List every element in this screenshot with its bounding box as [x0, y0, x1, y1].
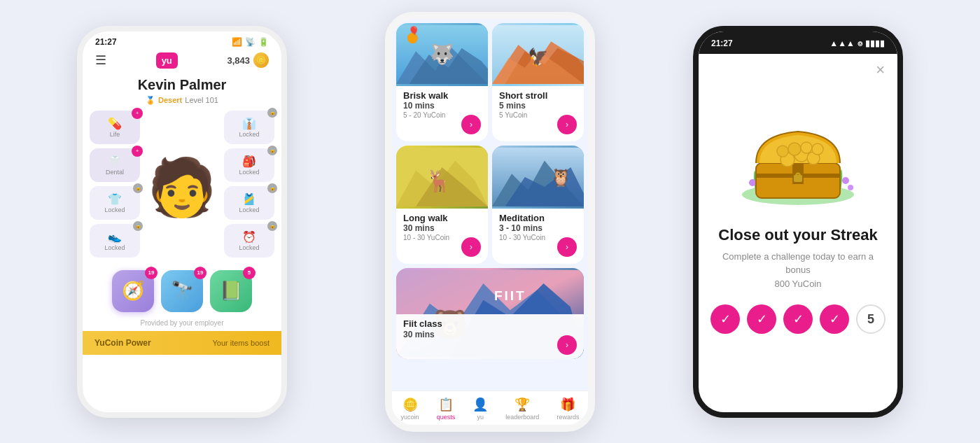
- r1-icon: 👔: [242, 117, 256, 130]
- lock-badge-r1: 🔒: [267, 108, 277, 118]
- quest-brisk-walk-arrow[interactable]: ›: [461, 115, 481, 134]
- nav-yucoin[interactable]: 🪙 yucoin: [401, 397, 419, 421]
- r4-label: Locked: [239, 244, 259, 251]
- quest-fiit-class[interactable]: 🐻 FIIT Fiit class 30 mins ›: [396, 268, 584, 359]
- nav-yucoin-icon: 🪙: [402, 397, 418, 412]
- power-badge-1: 19: [145, 267, 158, 279]
- phone-character: 21:27 📶 📡 🔋 ☰ yu 3,843 🪙 Kevin Palmer 🏅 …: [77, 26, 287, 418]
- power-item-3[interactable]: 📗 5: [210, 270, 252, 312]
- yucoin-value: Your items boost: [212, 339, 270, 347]
- quest-long-walk[interactable]: 🦌 Long walk 30 mins 10 - 30 YuCoin ›: [396, 146, 488, 264]
- r2-icon: 🎒: [242, 155, 256, 168]
- avatar-center: 🧑: [146, 111, 218, 265]
- svg-text:FIIT: FIIT: [494, 288, 526, 302]
- screens-container: 21:27 📶 📡 🔋 ☰ yu 3,843 🪙 Kevin Palmer 🏅 …: [0, 0, 980, 443]
- nav-leaderboard[interactable]: 🏆 leaderboard: [505, 397, 539, 421]
- quest-brisk-walk-img: 🐺 🎈: [396, 23, 488, 86]
- nav-yu[interactable]: 👤 yu: [472, 397, 488, 421]
- streak-desc: Complete a challenge today to earn a bon…: [713, 250, 883, 291]
- r4-icon: ⏰: [242, 230, 256, 244]
- yucoin-bar: YuCoin Power Your items boost: [82, 331, 282, 355]
- svg-text:🎈: 🎈: [408, 24, 420, 36]
- quest-meditation-arrow[interactable]: ›: [557, 237, 577, 257]
- lock-badge-1: 🔒: [133, 183, 143, 193]
- time-3: 21:27: [711, 38, 733, 48]
- quest-fiit-info: Fiit class 30 mins: [396, 314, 584, 359]
- quest-fiit-title: Fiit class: [403, 318, 577, 330]
- r3-label: Locked: [239, 206, 259, 213]
- nav-rewards-label: rewards: [556, 414, 579, 421]
- level-badge-icon: 🏅: [146, 96, 155, 105]
- item-r3: 🎽 Locked 🔒: [224, 186, 274, 220]
- check-2: ✓: [747, 304, 776, 334]
- lock-badge-r2: 🔒: [267, 146, 277, 155]
- power-item-1[interactable]: 🧭 19: [112, 270, 154, 312]
- svg-text:🦉: 🦉: [550, 167, 572, 188]
- right-items-col: 👔 Locked 🔒 🎒 Locked 🔒 🎽 Locked 🔒 ⏰ Locke: [224, 111, 274, 265]
- quest-fiit-duration: 30 mins: [403, 330, 577, 339]
- svg-rect-32: [794, 175, 802, 182]
- quest-meditation-duration: 3 - 10 mins: [499, 223, 577, 233]
- item-locked-1: 👕 Locked 🔒: [90, 186, 140, 220]
- employer-text: Provided by your employer: [83, 318, 281, 331]
- nav-leaderboard-icon: 🏆: [514, 397, 530, 412]
- svg-point-27: [848, 185, 853, 190]
- streak-bonus: 800 YuCoin: [775, 279, 822, 289]
- status-bar-1: 21:27 📶 📡 🔋: [83, 31, 281, 47]
- close-button[interactable]: ×: [876, 61, 885, 79]
- streak-checks: ✓ ✓ ✓ ✓ 5: [710, 304, 886, 334]
- status-right-3: ▲▲▲ ⌾ ▮▮▮▮: [830, 38, 885, 48]
- nav-rewards[interactable]: 🎁 rewards: [556, 397, 579, 421]
- user-level: 🏅 Desert Level 101: [83, 96, 281, 105]
- lock-badge-r3: 🔒: [267, 183, 277, 193]
- nav-yucoin-label: yucoin: [401, 414, 419, 421]
- power-1-icon: 🧭: [122, 280, 144, 302]
- item-locked-1-label: Locked: [104, 206, 125, 213]
- status-icons-1: 📶 📡 🔋: [232, 37, 269, 47]
- locked-1-icon: 👕: [108, 192, 122, 206]
- nav-yu-label: yu: [477, 414, 484, 421]
- quest-long-walk-duration: 30 mins: [403, 223, 481, 233]
- svg-point-26: [842, 177, 849, 184]
- svg-point-25: [749, 179, 756, 186]
- quest-fiit-class-img: 🐻 FIIT Fiit class 30 mins: [396, 268, 584, 359]
- svg-point-36: [788, 143, 801, 155]
- nav-quests-label: quests: [437, 414, 456, 421]
- quests-inner: 🐺 🎈 Brisk walk 10 mins 5 - 20 YuCoin ›: [392, 19, 588, 425]
- quest-meditation-img: 🦉: [492, 146, 584, 209]
- power-2-icon: 🔭: [171, 280, 193, 302]
- item-life-label: Life: [110, 131, 120, 138]
- r2-label: Locked: [239, 169, 259, 176]
- quest-fiit-arrow[interactable]: ›: [557, 335, 577, 355]
- quest-brisk-walk[interactable]: 🐺 🎈 Brisk walk 10 mins 5 - 20 YuCoin ›: [396, 23, 488, 141]
- svg-point-38: [777, 146, 788, 157]
- status-bar-3: 21:27 ▲▲▲ ⌾ ▮▮▮▮: [699, 31, 897, 54]
- check-1: ✓: [710, 304, 740, 334]
- signal-3: ▲▲▲: [830, 38, 855, 48]
- quest-brisk-walk-title: Brisk walk: [403, 90, 481, 101]
- chest-svg: [735, 93, 861, 205]
- quest-meditation[interactable]: 🦉 Meditation 3 - 10 mins 10 - 30 YuCoin …: [492, 146, 584, 264]
- quest-short-stroll[interactable]: 🦅 Short stroll 5 mins 5 YuCoin ›: [492, 23, 584, 141]
- menu-button[interactable]: ☰: [95, 52, 106, 68]
- power-item-2[interactable]: 🔭 19: [161, 270, 203, 312]
- item-locked-extra: 👟 Locked 🔒: [90, 224, 140, 258]
- life-badge: +: [132, 108, 143, 119]
- r1-label: Locked: [239, 131, 259, 138]
- item-dental[interactable]: 🦷 Dental +: [90, 148, 140, 182]
- nav-quests[interactable]: 📋 quests: [437, 397, 456, 421]
- level-badge-text: Desert: [158, 96, 182, 104]
- svg-point-39: [812, 143, 823, 155]
- dental-badge: +: [132, 146, 143, 157]
- item-locked-extra-label: Locked: [104, 244, 125, 251]
- wifi-3: ⌾: [858, 38, 862, 48]
- quest-long-walk-arrow[interactable]: ›: [461, 237, 481, 257]
- close-row: ×: [699, 54, 897, 79]
- battery-icon: 🔋: [258, 37, 269, 47]
- svg-point-37: [801, 142, 812, 153]
- power-3-icon: 📗: [220, 280, 242, 302]
- quest-short-stroll-arrow[interactable]: ›: [557, 115, 577, 134]
- yucoin-label: YuCoin Power: [94, 338, 151, 348]
- item-life[interactable]: 💊 Life +: [90, 111, 140, 144]
- quest-meditation-title: Meditation: [499, 213, 577, 224]
